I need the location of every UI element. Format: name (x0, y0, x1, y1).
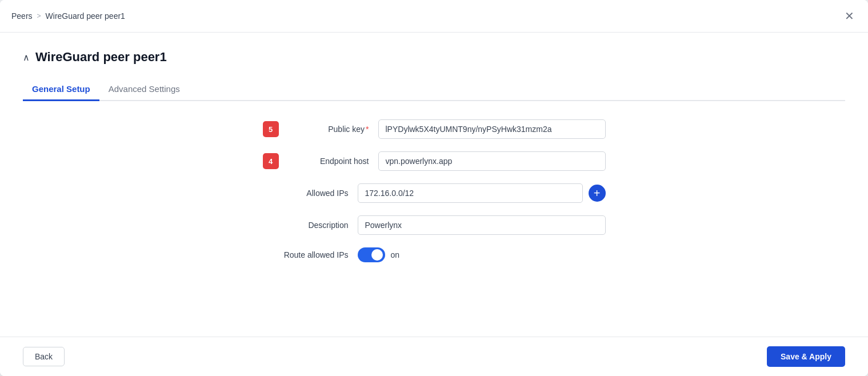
public-key-input[interactable] (378, 119, 606, 139)
breadcrumb-separator: > (37, 12, 41, 20)
tabs-container: General Setup Advanced Settings (23, 78, 845, 101)
endpoint-host-input[interactable] (378, 151, 606, 171)
page-title: WireGuard peer peer1 (35, 50, 167, 65)
modal-footer: Back Save & Apply (0, 337, 868, 376)
modal-container: Peers > WireGuard peer peer1 ✕ ∧ WireGua… (0, 0, 868, 376)
tab-general-setup[interactable]: General Setup (23, 78, 99, 101)
breadcrumb-current: WireGuard peer peer1 (46, 11, 125, 21)
allowed-ips-label: Allowed IPs (263, 189, 349, 198)
route-allowed-ips-toggle[interactable] (358, 247, 385, 262)
route-allowed-ips-label: Route allowed IPs (263, 250, 349, 259)
allowed-ips-label-group: Allowed IPs (263, 189, 349, 198)
close-button[interactable]: ✕ (842, 8, 857, 24)
breadcrumb: Peers > WireGuard peer peer1 (11, 11, 125, 21)
modal-header: Peers > WireGuard peer peer1 ✕ (0, 0, 868, 33)
route-allowed-ips-row: Route allowed IPs on (263, 247, 606, 262)
endpoint-host-label: Endpoint host (283, 157, 369, 166)
description-input[interactable] (358, 215, 606, 235)
description-row: Description (263, 215, 606, 235)
public-key-label-group: 5 Public key* (263, 121, 369, 137)
endpoint-host-row: 4 Endpoint host (263, 151, 606, 171)
description-label: Description (263, 221, 349, 230)
form-area: 5 Public key* 4 Endpoint host (23, 119, 845, 319)
toggle-state-label: on (391, 250, 400, 259)
allowed-ips-row: Allowed IPs + (263, 183, 606, 203)
endpoint-host-label-group: 4 Endpoint host (263, 153, 369, 169)
modal-body: ∧ WireGuard peer peer1 General Setup Adv… (0, 33, 868, 337)
allowed-ips-input[interactable] (358, 183, 583, 203)
route-allowed-ips-label-group: Route allowed IPs (263, 250, 349, 259)
collapse-icon[interactable]: ∧ (23, 52, 30, 63)
public-key-row: 5 Public key* (263, 119, 606, 139)
add-allowed-ip-button[interactable]: + (589, 185, 606, 202)
back-button[interactable]: Back (23, 347, 65, 366)
breadcrumb-peers[interactable]: Peers (11, 11, 33, 21)
save-apply-button[interactable]: Save & Apply (767, 346, 845, 367)
description-label-group: Description (263, 221, 349, 230)
public-key-label: Public key* (283, 125, 369, 134)
toggle-slider (358, 247, 385, 262)
public-key-badge: 5 (263, 121, 279, 137)
route-allowed-ips-toggle-group: on (358, 247, 400, 262)
public-key-required: * (366, 125, 369, 134)
allowed-ips-input-group: + (358, 183, 606, 203)
endpoint-host-badge: 4 (263, 153, 279, 169)
page-title-row: ∧ WireGuard peer peer1 (23, 50, 845, 65)
form-inner: 5 Public key* 4 Endpoint host (263, 119, 606, 262)
tab-advanced-settings[interactable]: Advanced Settings (99, 78, 189, 101)
